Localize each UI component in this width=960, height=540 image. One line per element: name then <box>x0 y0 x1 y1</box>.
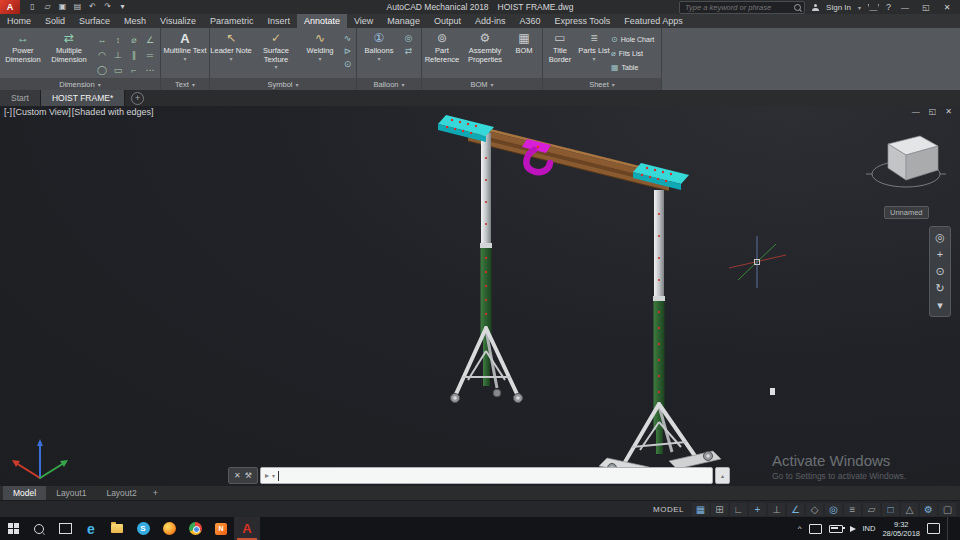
ribbon-tab-insert[interactable]: Insert <box>260 14 297 28</box>
view-name-control[interactable]: [Custom View] <box>13 107 71 117</box>
dim-diameter-icon[interactable]: ⌀ <box>126 32 142 47</box>
qat-save-button[interactable]: ▣ <box>56 1 69 13</box>
show-desktop-button[interactable] <box>947 517 952 540</box>
command-recent-icon[interactable]: ▾ <box>272 472 275 479</box>
qat-open-button[interactable]: ▱ <box>41 1 54 13</box>
action-center-icon[interactable] <box>927 523 940 534</box>
help-icon[interactable]: ? <box>886 2 891 12</box>
file-tab-hoist-frame[interactable]: HOIST FRAME* <box>41 90 125 106</box>
status-snap-toggle[interactable]: ⊞ <box>711 503 728 516</box>
status-isodraft-toggle[interactable]: ◇ <box>806 503 823 516</box>
ribbon-tab-solid[interactable]: Solid <box>38 14 72 28</box>
sign-in-button[interactable]: Sign In <box>826 3 851 12</box>
taskbar-chrome-button[interactable] <box>182 517 208 540</box>
application-menu-button[interactable]: A <box>0 0 20 14</box>
status-workspace-switch[interactable]: ⚙ <box>920 503 937 516</box>
volume-icon[interactable] <box>850 526 856 532</box>
status-annotation-scale-toggle[interactable]: △ <box>901 503 918 516</box>
taskbar-file-explorer-button[interactable] <box>104 517 130 540</box>
qat-customize-button[interactable]: ▾ <box>116 1 129 13</box>
status-grid-toggle[interactable]: ▦ <box>692 503 709 516</box>
taskbar-nitro-button[interactable]: N <box>208 517 234 540</box>
status-transparency-toggle[interactable]: ▱ <box>863 503 880 516</box>
align-balloons-icon[interactable]: ⇄ <box>405 46 413 56</box>
panel-label-symbol[interactable]: Symbol ▾ <box>210 78 356 90</box>
viewport-minimize-button[interactable]: — <box>912 107 920 116</box>
status-clean-screen-toggle[interactable]: ▢ <box>939 503 956 516</box>
start-button[interactable] <box>0 517 26 540</box>
ribbon-tab-featured-apps[interactable]: Featured Apps <box>617 14 690 28</box>
ribbon-tab-annotate[interactable]: Annotate <box>297 14 347 28</box>
leader-note-button[interactable]: ↖ Leader Note ▾ <box>210 29 252 79</box>
taskbar-edge-button[interactable]: e <box>78 517 104 540</box>
panel-label-text[interactable]: Text ▾ <box>161 78 209 90</box>
search-icon[interactable] <box>794 4 801 11</box>
feature-frame-icon[interactable]: ⊳ <box>344 46 352 56</box>
ribbon-tab-view[interactable]: View <box>347 14 380 28</box>
drawing-viewport[interactable]: [-] [Custom View] [Shaded with edges] — … <box>0 106 960 486</box>
layout-tab-layout1[interactable]: Layout1 <box>46 486 96 500</box>
ribbon-tab-output[interactable]: Output <box>427 14 468 28</box>
close-button[interactable]: ✕ <box>940 3 954 12</box>
dim-arc-icon[interactable]: ◠ <box>94 47 110 62</box>
task-view-button[interactable] <box>52 517 78 540</box>
status-lineweight-toggle[interactable]: ≡ <box>844 503 861 516</box>
status-osnap-toggle[interactable]: ◎ <box>825 503 842 516</box>
ribbon-tab-addins[interactable]: Add-ins <box>468 14 513 28</box>
status-dynamic-input-toggle[interactable]: + <box>749 503 766 516</box>
title-border-button[interactable]: ▭ Title Border <box>543 29 577 79</box>
assembly-properties-button[interactable]: ⚙ Assembly Properties <box>462 29 508 79</box>
panel-label-balloon[interactable]: Balloon ▾ <box>357 78 421 90</box>
renumber-balloons-icon[interactable]: ◎ <box>405 33 413 43</box>
ribbon-tab-home[interactable]: Home <box>0 14 38 28</box>
ribbon-tab-surface[interactable]: Surface <box>72 14 117 28</box>
file-tab-start[interactable]: Start <box>0 90 41 106</box>
command-close-icon[interactable]: ✕ <box>234 471 241 480</box>
layout-tab-model[interactable]: Model <box>3 486 46 500</box>
tray-expand-icon[interactable]: ^ <box>798 524 802 533</box>
language-indicator[interactable]: IND <box>863 524 876 533</box>
viewcube[interactable] <box>858 122 954 206</box>
sign-in-caret-icon[interactable]: ▾ <box>858 4 861 11</box>
dim-vertical-icon[interactable]: ↕ <box>110 32 126 47</box>
status-infer-constraints-toggle[interactable]: ∟ <box>730 503 747 516</box>
taskbar-clock[interactable]: 9:32 28/05/2018 <box>882 520 920 538</box>
fits-list-button[interactable]: ⌀ Fits List <box>611 47 661 60</box>
viewport-menu-control[interactable]: [-] <box>4 107 12 117</box>
network-icon[interactable] <box>809 524 822 534</box>
viewport-close-button[interactable]: ✕ <box>945 107 952 116</box>
ribbon-tab-a360[interactable]: A360 <box>512 14 547 28</box>
app-store-cart-icon[interactable] <box>868 4 879 11</box>
qat-plot-button[interactable]: ▤ <box>71 1 84 13</box>
welding-button[interactable]: ∿ Welding ▾ <box>300 29 340 79</box>
new-layout-button[interactable]: + <box>147 486 164 500</box>
panel-label-dimension[interactable]: Dimension ▾ <box>0 78 160 90</box>
ribbon-tab-parametric[interactable]: Parametric <box>203 14 261 28</box>
hole-chart-button[interactable]: ⊙ Hole Chart <box>611 33 661 46</box>
dim-tolerance-icon[interactable]: ▭ <box>110 62 126 77</box>
help-search-input[interactable] <box>683 2 794 13</box>
part-reference-button[interactable]: ⊚ Part Reference <box>422 29 462 79</box>
dim-perpendicular-icon[interactable]: ⊥ <box>110 47 126 62</box>
taskbar-skype-button[interactable]: S <box>130 517 156 540</box>
taskbar-autocad-button[interactable]: A <box>234 517 260 540</box>
balloons-button[interactable]: ① Balloons ▾ <box>357 29 401 79</box>
viewport-restore-button[interactable]: ◱ <box>929 107 937 116</box>
panel-label-sheet[interactable]: Sheet ▾ <box>543 78 661 90</box>
parts-list-button[interactable]: ≡ Parts List ▾ <box>577 29 611 79</box>
ribbon-tab-manage[interactable]: Manage <box>380 14 427 28</box>
weld-symbol-icon[interactable]: ∿ <box>344 33 352 43</box>
ribbon-tab-express-tools[interactable]: Express Tools <box>547 14 617 28</box>
qat-new-button[interactable]: ▯ <box>26 1 39 13</box>
taskbar-firefox-button[interactable] <box>156 517 182 540</box>
navbar-more-icon[interactable]: ▾ <box>937 300 943 311</box>
restore-button[interactable]: ◱ <box>919 3 933 12</box>
dim-linear-icon[interactable]: ↔ <box>94 32 110 47</box>
zoom-icon[interactable]: ⊙ <box>935 266 944 277</box>
command-customize-icon[interactable]: ⚒ <box>245 471 252 480</box>
dim-chamfer-icon[interactable]: ⌐ <box>126 62 142 77</box>
dim-more-icon[interactable]: ⋯ <box>142 62 158 77</box>
bom-button[interactable]: ▦ BOM <box>508 29 540 79</box>
orbit-icon[interactable]: ↻ <box>935 283 944 294</box>
multiline-text-button[interactable]: A Multiline Text ▾ <box>161 29 209 79</box>
